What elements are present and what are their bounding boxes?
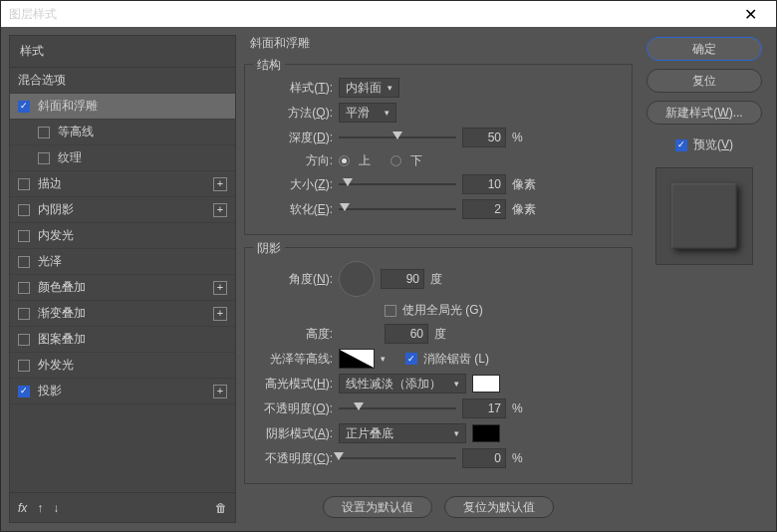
shadow-color[interactable] <box>472 424 500 442</box>
sidebar-item-5[interactable]: 内发光 <box>10 223 235 249</box>
make-default-button[interactable]: 设置为默认值 <box>323 496 432 518</box>
chevron-down-icon[interactable]: ▾ <box>381 354 386 364</box>
sidebar-item-0[interactable]: ✓斜面和浮雕 <box>10 94 235 120</box>
technique-label: 方法(Q): <box>255 105 333 122</box>
style-checkbox[interactable] <box>18 360 30 372</box>
angle-input[interactable]: 90 <box>381 269 424 289</box>
highlight-mode-select[interactable]: 线性减淡（添加）▾ <box>339 374 466 394</box>
new-style-button[interactable]: 新建样式(W)... <box>647 101 762 125</box>
soften-input[interactable]: 2 <box>462 199 506 219</box>
shading-fieldset: 阴影 角度(N): 90 度 使用全局光 (G) 高度: 60 <box>244 247 633 484</box>
sidebar-item-4[interactable]: 内阴影+ <box>10 197 235 223</box>
highlight-opacity-slider[interactable] <box>339 401 456 415</box>
sidebar-item-1[interactable]: 等高线 <box>10 120 235 145</box>
shadow-mode-label: 阴影模式(A): <box>255 425 333 442</box>
style-item-label: 内发光 <box>38 227 227 244</box>
shadow-mode-select[interactable]: 正片叠底▾ <box>339 423 466 443</box>
style-checkbox[interactable] <box>18 256 30 268</box>
sidebar-item-9[interactable]: 图案叠加 <box>10 327 235 353</box>
highlight-color[interactable] <box>472 375 500 393</box>
reset-default-button[interactable]: 复位为默认值 <box>444 496 554 518</box>
style-checkbox[interactable] <box>18 204 30 216</box>
sidebar-footer: fx ↑ ↓ 🗑 <box>10 492 235 522</box>
sidebar-item-6[interactable]: 光泽 <box>10 249 235 275</box>
style-checkbox[interactable] <box>38 127 50 138</box>
cancel-button[interactable]: 复位 <box>647 69 762 93</box>
sidebar-item-7[interactable]: 颜色叠加+ <box>10 275 235 301</box>
sidebar-item-10[interactable]: 外发光 <box>10 353 235 379</box>
altitude-label: 高度: <box>255 326 333 343</box>
size-slider[interactable] <box>339 177 456 191</box>
right-column: 确定 复位 新建样式(W)... ✓ 预览(V) <box>641 35 768 523</box>
window-title: 图层样式 <box>9 6 732 23</box>
antialias-checkbox[interactable]: ✓ <box>405 353 417 365</box>
style-item-label: 内阴影 <box>38 201 213 218</box>
size-input[interactable]: 10 <box>462 174 506 194</box>
highlight-opacity-label: 不透明度(O): <box>255 400 333 417</box>
structure-legend: 结构 <box>253 57 285 74</box>
styles-sidebar: 样式 混合选项 ✓斜面和浮雕等高线纹理描边+内阴影+内发光光泽颜色叠加+渐变叠加… <box>9 35 236 523</box>
chevron-down-icon: ▾ <box>454 428 459 438</box>
blending-options[interactable]: 混合选项 <box>10 68 235 94</box>
angle-label: 角度(N): <box>255 271 333 288</box>
dialog-body: 样式 混合选项 ✓斜面和浮雕等高线纹理描边+内阴影+内发光光泽颜色叠加+渐变叠加… <box>1 27 776 531</box>
style-checkbox[interactable]: ✓ <box>18 101 30 113</box>
plus-icon[interactable]: + <box>213 307 227 321</box>
style-item-label: 图案叠加 <box>38 331 227 348</box>
depth-slider[interactable] <box>339 131 456 144</box>
sidebar-item-2[interactable]: 纹理 <box>10 145 235 171</box>
style-item-label: 纹理 <box>58 149 227 166</box>
chevron-down-icon: ▾ <box>388 83 392 93</box>
global-light-checkbox[interactable] <box>385 305 396 317</box>
style-select[interactable]: 内斜面▾ <box>339 78 399 98</box>
titlebar: 图层样式 ✕ <box>1 1 776 27</box>
preview-checkbox[interactable]: ✓ <box>675 139 687 151</box>
soften-slider[interactable] <box>339 202 456 216</box>
plus-icon[interactable]: + <box>213 385 227 399</box>
style-checkbox[interactable] <box>18 334 30 346</box>
direction-up-radio[interactable] <box>339 155 350 166</box>
settings-panel: 斜面和浮雕 结构 样式(T): 内斜面▾ 方法(Q): 平滑▾ 深度(D): 5… <box>244 35 633 523</box>
style-checkbox[interactable] <box>18 282 30 294</box>
highlight-mode-label: 高光模式(H): <box>255 376 333 393</box>
sidebar-item-8[interactable]: 渐变叠加+ <box>10 301 235 327</box>
angle-dial[interactable] <box>339 261 375 297</box>
plus-icon[interactable]: + <box>213 203 227 217</box>
style-checkbox[interactable] <box>38 152 50 164</box>
style-item-label: 外发光 <box>38 357 227 374</box>
shading-legend: 阴影 <box>253 240 285 257</box>
close-icon[interactable]: ✕ <box>732 5 768 24</box>
technique-select[interactable]: 平滑▾ <box>339 103 396 123</box>
style-item-label: 投影 <box>38 383 213 399</box>
style-checkbox[interactable]: ✓ <box>18 386 30 398</box>
soften-label: 软化(E): <box>255 201 333 218</box>
plus-icon[interactable]: + <box>213 281 227 295</box>
altitude-input[interactable]: 60 <box>385 324 428 344</box>
style-list: ✓斜面和浮雕等高线纹理描边+内阴影+内发光光泽颜色叠加+渐变叠加+图案叠加外发光… <box>10 94 235 492</box>
direction-label: 方向: <box>255 152 333 169</box>
preview-swatch <box>671 183 737 249</box>
trash-icon[interactable]: 🗑 <box>215 501 227 515</box>
arrow-down-icon[interactable]: ↓ <box>53 501 59 515</box>
shadow-opacity-label: 不透明度(C): <box>255 450 333 467</box>
highlight-opacity-input[interactable]: 17 <box>462 399 506 418</box>
fx-icon[interactable]: fx <box>18 501 27 515</box>
style-checkbox[interactable] <box>18 308 30 320</box>
direction-down-radio[interactable] <box>390 155 401 166</box>
gloss-contour-picker[interactable] <box>339 349 375 369</box>
plus-icon[interactable]: + <box>213 177 227 191</box>
arrow-up-icon[interactable]: ↑ <box>37 501 43 515</box>
style-item-label: 光泽 <box>38 253 227 270</box>
style-checkbox[interactable] <box>18 230 30 242</box>
ok-button[interactable]: 确定 <box>647 37 762 61</box>
sidebar-item-3[interactable]: 描边+ <box>10 171 235 197</box>
depth-input[interactable]: 50 <box>462 128 506 147</box>
style-checkbox[interactable] <box>18 178 30 190</box>
sidebar-item-11[interactable]: ✓投影+ <box>10 379 235 404</box>
style-label: 样式(T): <box>255 80 333 97</box>
style-item-label: 颜色叠加 <box>38 279 213 296</box>
shadow-opacity-slider[interactable] <box>339 451 456 465</box>
chevron-down-icon: ▾ <box>454 379 459 389</box>
gloss-contour-label: 光泽等高线: <box>255 351 333 368</box>
shadow-opacity-input[interactable]: 0 <box>462 448 506 468</box>
